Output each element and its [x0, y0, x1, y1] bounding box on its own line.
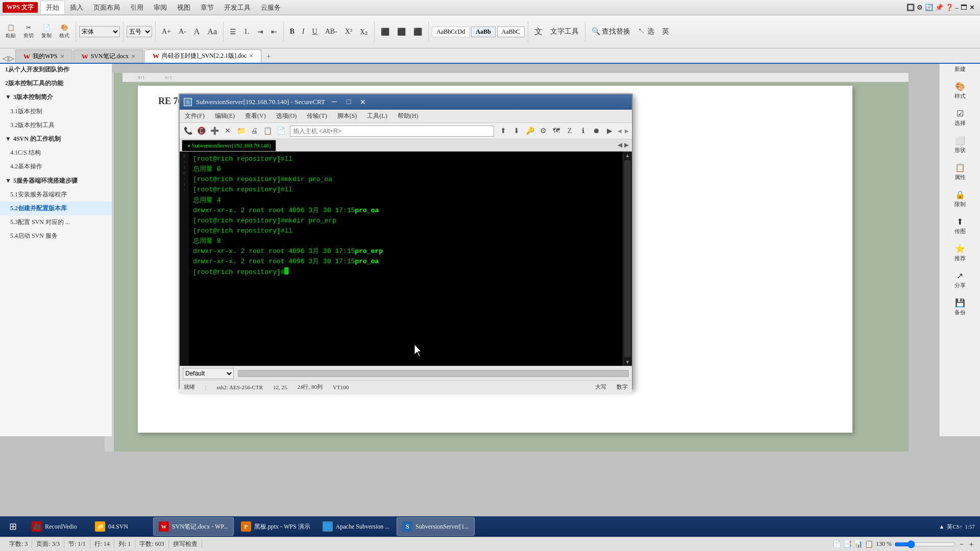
numbering-btn[interactable]: 1.	[241, 26, 253, 37]
crt-tool-close-tab[interactable]: ✕	[222, 125, 234, 137]
text-style-btn[interactable]: 文字工具	[547, 26, 582, 38]
find-btn[interactable]: 🔍 查找替换	[589, 26, 634, 38]
sidebar-collapse-4[interactable]: ▼	[5, 135, 11, 142]
terminal-scrollbar[interactable]: ▲ ▼	[623, 152, 632, 366]
crt-tool-key[interactable]: 🔑	[524, 125, 536, 137]
crt-scroll-right[interactable]: ▶	[624, 127, 630, 135]
tab-svnnotes[interactable]: W SVN笔记.docx ✕	[74, 49, 143, 63]
crt-tool-print[interactable]: 🖨	[248, 125, 260, 137]
taskbar-item-blackboard[interactable]: P 黑板.pptx - WPS 演示	[236, 517, 315, 536]
crt-tool-sftp[interactable]: 📁	[235, 125, 247, 137]
menu-shitu[interactable]: 视图	[172, 1, 195, 14]
format-btn[interactable]: 🎨格式	[56, 22, 72, 41]
crt-session-tab[interactable]: ● SubversionServer[192.168.70.140]	[182, 140, 276, 151]
sidebar-item-5[interactable]: ▼5服务器端环境搭建步骤	[0, 174, 112, 188]
top-icon-7[interactable]: 🗖	[961, 4, 967, 12]
tab-svndoc[interactable]: W 尚硅谷][封捷]_SVN[2.2.1版].doc ✕	[144, 49, 261, 63]
crt-tool-download[interactable]: ⬇	[510, 125, 523, 137]
menu-charu[interactable]: 插入	[65, 1, 88, 14]
tab-svnnotes-close[interactable]: ✕	[131, 54, 135, 59]
crt-tool-upload[interactable]: ⬆	[497, 125, 509, 137]
crt-tool-play[interactable]: ▶	[603, 125, 616, 137]
copy-btn[interactable]: 📄复制	[38, 22, 55, 41]
text-tool-btn[interactable]: 文	[531, 25, 546, 39]
crt-tool-zmodem[interactable]: Z	[564, 125, 576, 137]
outdent-btn[interactable]: ⇤	[268, 26, 280, 38]
tab-mywps[interactable]: W 我的WPS ✕	[15, 49, 72, 63]
right-btn-share[interactable]: ↗ 分享	[943, 267, 977, 293]
menu-yunfuwu[interactable]: 云服务	[256, 1, 286, 14]
superscript-btn[interactable]: X²	[342, 26, 355, 37]
crt-scroll-left[interactable]: ◀	[617, 127, 623, 135]
crt-menu-view[interactable]: 查看(V)	[240, 110, 271, 122]
taskbar-item-apache[interactable]: 🌐 Apache Subversion ...	[317, 517, 395, 536]
right-btn-attr[interactable]: 📋 属性	[943, 159, 977, 185]
sidebar-item-4-1[interactable]: 4.1C/S 结构	[0, 146, 112, 160]
start-button[interactable]: ⊞	[0, 516, 26, 537]
view-icon-3[interactable]: 📊	[854, 540, 863, 548]
scroll-thumb[interactable]	[624, 160, 631, 357]
sidebar-collapse-3[interactable]: ▼	[5, 93, 11, 101]
crt-tool-paste[interactable]: 📄	[275, 125, 287, 137]
zoom-slider[interactable]	[894, 540, 955, 548]
list-btn[interactable]: ☰	[227, 26, 239, 38]
top-icon-8[interactable]: ✕	[969, 4, 975, 12]
crt-menu-tools[interactable]: 工具(L)	[362, 110, 392, 122]
align-right-btn[interactable]: ⬛	[410, 26, 425, 38]
crt-tool-record[interactable]: ⏺	[590, 125, 602, 137]
status-spell[interactable]: 拼写检查	[169, 540, 202, 548]
tray-ime[interactable]: 英CS↑	[947, 523, 962, 531]
scroll-up-btn[interactable]: ▲	[623, 152, 632, 159]
font-size-select[interactable]: 五号	[127, 26, 152, 37]
top-icon-3[interactable]: 🔄	[925, 4, 933, 12]
sidebar-item-1[interactable]: 1从个人开发到团队协作	[0, 63, 112, 77]
sidebar-collapse-5[interactable]: ▼	[5, 177, 11, 184]
style-normal[interactable]: AaBbCcDd	[432, 27, 470, 37]
crt-tool-copy[interactable]: 📋	[261, 125, 274, 137]
menu-kaishi[interactable]: 开始	[40, 1, 65, 15]
crt-tool-settings[interactable]: ⚙	[537, 125, 549, 137]
font-shrink-btn[interactable]: A-	[176, 26, 189, 37]
taskbar-item-securecrt[interactable]: S SubversionServer[1...	[397, 517, 474, 536]
terminal[interactable]: [root@rich repository]# ll 总用量 0 [root@r…	[189, 152, 623, 366]
right-btn-limit[interactable]: 🔒 限制	[943, 186, 977, 212]
top-icon-1[interactable]: 🔲	[906, 4, 915, 12]
tab-back-btn[interactable]: ◁	[0, 54, 8, 63]
crt-menu-transfer[interactable]: 传输(T)	[302, 110, 332, 122]
securecrt-maximize-btn[interactable]: □	[344, 97, 354, 107]
sidebar-item-5-1[interactable]: 5.1安装服务器端程序	[0, 188, 112, 202]
more-btn[interactable]: Aa	[204, 26, 220, 38]
tab-mywps-close[interactable]: ✕	[60, 54, 64, 59]
taskbar-item-recordvedio[interactable]: 🎥 RecordVedio	[27, 517, 88, 536]
scroll-down-btn[interactable]: ▼	[623, 358, 632, 366]
sidebar-item-5-2[interactable]: 5.2创建并配置版本库	[0, 202, 112, 215]
top-icon-4[interactable]: 📌	[935, 4, 943, 12]
right-btn-style[interactable]: 🎨 样式	[943, 78, 977, 104]
crt-menu-options[interactable]: 选项(O)	[271, 110, 302, 122]
right-btn-select[interactable]: ☑ 选择	[943, 105, 977, 131]
style-h1[interactable]: AaBb	[471, 27, 495, 37]
top-icon-2[interactable]: ⚙	[917, 4, 923, 12]
crt-tool-new-tab[interactable]: ➕	[208, 125, 220, 137]
style-h2[interactable]: AaBbC	[497, 27, 525, 37]
securecrt-close-btn[interactable]: ✕	[358, 97, 368, 107]
crt-menu-file[interactable]: 文件(F)	[180, 110, 210, 122]
crt-profile-dropdown[interactable]: Default	[183, 368, 234, 379]
underline-btn[interactable]: U	[309, 26, 321, 37]
strikethrough-btn[interactable]: AB-	[322, 26, 340, 37]
crt-horizontal-scrollbar[interactable]	[238, 370, 629, 377]
font-family-select[interactable]: 宋体	[79, 26, 120, 37]
right-btn-shape[interactable]: ⬜ 形状	[943, 132, 977, 158]
tab-forward-btn[interactable]: ▷	[8, 54, 15, 63]
ime-btn[interactable]: 英	[659, 26, 672, 38]
view-icon-1[interactable]: 📄	[832, 540, 841, 548]
menu-yinyong[interactable]: 引用	[125, 1, 149, 14]
top-icon-6[interactable]: –	[955, 4, 959, 12]
securecrt-minimize-btn[interactable]: ─	[329, 97, 339, 107]
sidebar-item-5-3[interactable]: 5.3配置 SVN 对应的 ...	[0, 215, 112, 229]
menu-zhangjie[interactable]: 章节	[195, 1, 219, 14]
menu-kaifa[interactable]: 开发工具	[219, 1, 256, 14]
crt-tab-next[interactable]: ▶	[624, 141, 629, 149]
crt-tool-disconnect[interactable]: 📵	[195, 125, 207, 137]
menu-yemian[interactable]: 页面布局	[88, 1, 125, 14]
